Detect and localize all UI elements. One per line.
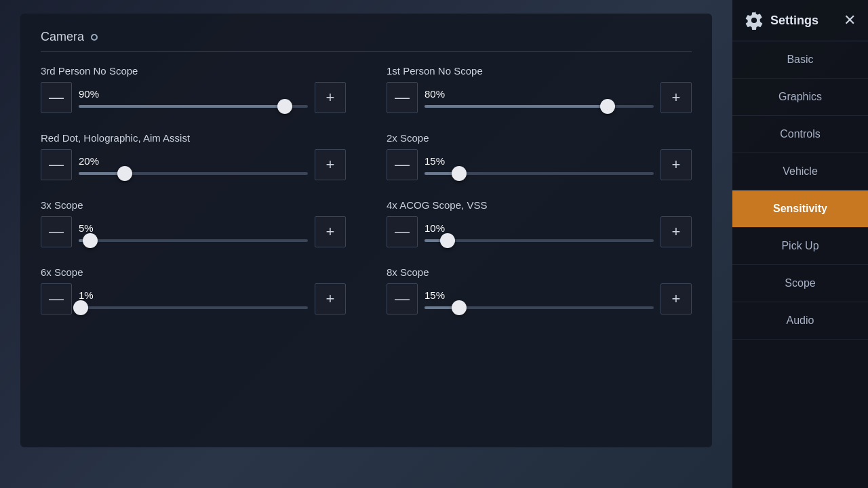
plus-button-8x-scope[interactable]: + bbox=[660, 283, 692, 314]
plus-button-6x-scope[interactable]: + bbox=[315, 283, 346, 314]
sidebar-item-audio[interactable]: Audio bbox=[732, 302, 868, 340]
slider-label-3x-scope: 3x Scope bbox=[41, 199, 346, 211]
plus-button-3x-scope[interactable]: + bbox=[315, 216, 346, 247]
slider-thumb-6x-scope[interactable] bbox=[73, 300, 88, 315]
sidebar-item-controls[interactable]: Controls bbox=[732, 116, 868, 153]
sidebar-item-scope[interactable]: Scope bbox=[732, 265, 868, 302]
slider-label-4x-acog: 4x ACOG Scope, VSS bbox=[387, 199, 692, 211]
slider-value-3x-scope: 5% bbox=[79, 222, 308, 234]
sidebar: Settings ✕ BasicGraphicsControlsVehicleS… bbox=[732, 0, 868, 488]
slider-thumb-first-person-no-scope[interactable] bbox=[600, 99, 615, 114]
slider-thumb-2x-scope[interactable] bbox=[452, 166, 467, 181]
slider-group-third-person-no-scope: 3rd Person No Scope—90%+ bbox=[41, 65, 346, 113]
slider-value-6x-scope: 1% bbox=[79, 289, 308, 301]
settings-card: Camera 3rd Person No Scope—90%+1st Perso… bbox=[20, 14, 712, 447]
slider-value-8x-scope: 15% bbox=[425, 289, 654, 301]
gear-icon bbox=[745, 11, 764, 30]
slider-label-8x-scope: 8x Scope bbox=[387, 266, 692, 278]
slider-track-third-person-no-scope[interactable] bbox=[79, 105, 308, 108]
slider-track-3x-scope[interactable] bbox=[79, 239, 308, 242]
slider-label-red-dot: Red Dot, Holographic, Aim Assist bbox=[41, 132, 346, 144]
slider-row-8x-scope: —15%+ bbox=[387, 283, 692, 314]
sidebar-header: Settings ✕ bbox=[732, 0, 868, 41]
section-dot-icon bbox=[90, 32, 99, 41]
slider-thumb-4x-acog[interactable] bbox=[440, 233, 455, 248]
minus-button-6x-scope[interactable]: — bbox=[41, 283, 72, 314]
sidebar-menu: BasicGraphicsControlsVehicleSensitivityP… bbox=[732, 41, 868, 488]
slider-row-2x-scope: —15%+ bbox=[387, 149, 692, 180]
minus-button-red-dot[interactable]: — bbox=[41, 149, 72, 180]
sidebar-item-pickup[interactable]: Pick Up bbox=[732, 228, 868, 265]
slider-fill-first-person-no-scope bbox=[425, 105, 608, 108]
sidebar-item-sensitivity[interactable]: Sensitivity bbox=[732, 190, 868, 228]
plus-button-first-person-no-scope[interactable]: + bbox=[660, 82, 692, 113]
slider-label-third-person-no-scope: 3rd Person No Scope bbox=[41, 65, 346, 77]
sidebar-title: Settings bbox=[770, 14, 818, 28]
slider-group-first-person-no-scope: 1st Person No Scope—80%+ bbox=[387, 65, 692, 113]
slider-value-red-dot: 20% bbox=[79, 155, 308, 167]
slider-row-4x-acog: —10%+ bbox=[387, 216, 692, 247]
slider-group-3x-scope: 3x Scope—5%+ bbox=[41, 199, 346, 247]
minus-button-8x-scope[interactable]: — bbox=[387, 283, 418, 314]
slider-container-4x-acog: 10% bbox=[425, 222, 654, 242]
plus-button-4x-acog[interactable]: + bbox=[660, 216, 692, 247]
minus-button-first-person-no-scope[interactable]: — bbox=[387, 82, 418, 113]
slider-container-3x-scope: 5% bbox=[79, 222, 308, 242]
slider-group-8x-scope: 8x Scope—15%+ bbox=[387, 266, 692, 314]
sidebar-item-basic[interactable]: Basic bbox=[732, 41, 868, 79]
slider-track-red-dot[interactable] bbox=[79, 172, 308, 175]
slider-fill-third-person-no-scope bbox=[79, 105, 285, 108]
slider-group-red-dot: Red Dot, Holographic, Aim Assist—20%+ bbox=[41, 132, 346, 180]
slider-row-third-person-no-scope: —90%+ bbox=[41, 82, 346, 113]
slider-row-3x-scope: —5%+ bbox=[41, 216, 346, 247]
slider-track-8x-scope[interactable] bbox=[425, 306, 654, 309]
slider-container-red-dot: 20% bbox=[79, 155, 308, 175]
section-title: Camera bbox=[41, 30, 84, 44]
close-icon[interactable]: ✕ bbox=[844, 12, 856, 29]
slider-row-6x-scope: —1%+ bbox=[41, 283, 346, 314]
slider-track-2x-scope[interactable] bbox=[425, 172, 654, 175]
slider-value-third-person-no-scope: 90% bbox=[79, 88, 308, 100]
main-content: Camera 3rd Person No Scope—90%+1st Perso… bbox=[0, 0, 732, 488]
minus-button-4x-acog[interactable]: — bbox=[387, 216, 418, 247]
slider-group-6x-scope: 6x Scope—1%+ bbox=[41, 266, 346, 314]
slider-group-4x-acog: 4x ACOG Scope, VSS—10%+ bbox=[387, 199, 692, 247]
slider-thumb-third-person-no-scope[interactable] bbox=[277, 99, 292, 114]
slider-thumb-3x-scope[interactable] bbox=[83, 233, 98, 248]
slider-value-first-person-no-scope: 80% bbox=[425, 88, 654, 100]
plus-button-third-person-no-scope[interactable]: + bbox=[315, 82, 346, 113]
slider-group-2x-scope: 2x Scope—15%+ bbox=[387, 132, 692, 180]
slider-thumb-8x-scope[interactable] bbox=[452, 300, 467, 315]
slider-value-2x-scope: 15% bbox=[425, 155, 654, 167]
slider-container-first-person-no-scope: 80% bbox=[425, 88, 654, 108]
slider-container-6x-scope: 1% bbox=[79, 289, 308, 309]
slider-container-2x-scope: 15% bbox=[425, 155, 654, 175]
slider-container-8x-scope: 15% bbox=[425, 289, 654, 309]
minus-button-2x-scope[interactable]: — bbox=[387, 149, 418, 180]
slider-label-2x-scope: 2x Scope bbox=[387, 132, 692, 144]
sidebar-title-group: Settings bbox=[745, 11, 818, 30]
sidebar-item-vehicle[interactable]: Vehicle bbox=[732, 153, 868, 190]
slider-track-first-person-no-scope[interactable] bbox=[425, 105, 654, 108]
slider-row-first-person-no-scope: —80%+ bbox=[387, 82, 692, 113]
slider-track-6x-scope[interactable] bbox=[79, 306, 308, 309]
plus-button-red-dot[interactable]: + bbox=[315, 149, 346, 180]
minus-button-3x-scope[interactable]: — bbox=[41, 216, 72, 247]
slider-label-first-person-no-scope: 1st Person No Scope bbox=[387, 65, 692, 77]
section-header: Camera bbox=[41, 30, 692, 52]
minus-button-third-person-no-scope[interactable]: — bbox=[41, 82, 72, 113]
sidebar-item-graphics[interactable]: Graphics bbox=[732, 79, 868, 116]
slider-value-4x-acog: 10% bbox=[425, 222, 654, 234]
slider-row-red-dot: —20%+ bbox=[41, 149, 346, 180]
slider-container-third-person-no-scope: 90% bbox=[79, 88, 308, 108]
slider-label-6x-scope: 6x Scope bbox=[41, 266, 346, 278]
slider-track-4x-acog[interactable] bbox=[425, 239, 654, 242]
plus-button-2x-scope[interactable]: + bbox=[660, 149, 692, 180]
slider-thumb-red-dot[interactable] bbox=[117, 166, 132, 181]
sliders-grid: 3rd Person No Scope—90%+1st Person No Sc… bbox=[41, 65, 692, 314]
